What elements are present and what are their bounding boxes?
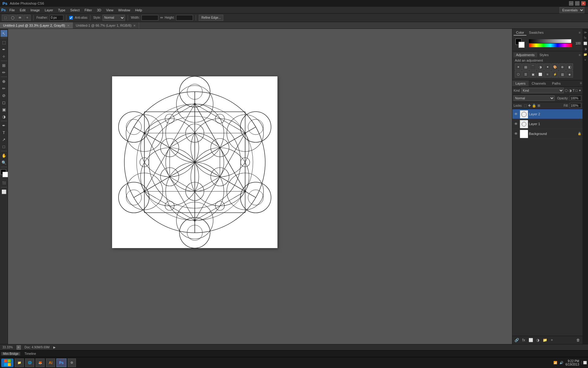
photo-filter-icon[interactable]: ⬡: [515, 71, 522, 78]
vbar-btn-6[interactable]: +: [583, 58, 587, 62]
crop-tool[interactable]: ⊞: [1, 62, 7, 69]
levels-icon[interactable]: ▤: [522, 63, 529, 70]
hsl-icon[interactable]: 🎨: [552, 63, 558, 70]
menu-3d[interactable]: 3D: [94, 8, 104, 13]
kind-select[interactable]: Kind: [521, 88, 564, 93]
layer-link-btn[interactable]: 🔗: [514, 337, 520, 343]
menu-view[interactable]: View: [104, 8, 116, 13]
layer-0-visibility[interactable]: 👁: [514, 112, 518, 117]
style-select[interactable]: Normal Fixed Ratio Fixed Size: [103, 15, 125, 21]
quick-mask-btn[interactable]: ⬛: [1, 179, 7, 186]
vbar-btn-4[interactable]: ◑: [583, 47, 587, 51]
type-filter-icon[interactable]: T: [573, 89, 575, 92]
lasso-btn[interactable]: ✉: [17, 15, 23, 21]
bw-icon[interactable]: ◧: [566, 63, 573, 70]
layer-2-visibility[interactable]: 👁: [514, 131, 518, 136]
tab-styles[interactable]: Styles: [537, 52, 551, 57]
eraser-tool[interactable]: ◻: [1, 99, 7, 106]
tab-swatches[interactable]: Swatches: [526, 30, 546, 36]
ellipse-marquee-btn[interactable]: ◯: [9, 15, 16, 21]
opacity-input[interactable]: [570, 96, 581, 101]
tab-0[interactable]: Untitled-1.psd @ 33.3% (Layer 2, Gray/8)…: [0, 22, 73, 29]
canvas-area[interactable]: [8, 29, 512, 344]
timeline-btn[interactable]: Timeline: [23, 352, 38, 355]
smart-filter-icon[interactable]: ✦: [579, 89, 581, 93]
lock-position-icon[interactable]: ✚: [528, 104, 531, 108]
color-lookup-icon[interactable]: ▣: [530, 71, 536, 78]
background-swatch[interactable]: [518, 42, 525, 48]
magic-wand-btn[interactable]: ✧: [24, 15, 31, 21]
color-panel-menu[interactable]: ≡: [578, 30, 581, 36]
adjustment-filter-icon[interactable]: ◑: [569, 89, 572, 93]
text-tool[interactable]: T: [1, 129, 7, 136]
tab-paths[interactable]: Paths: [549, 80, 564, 86]
pixel-filter-icon[interactable]: ⬡: [565, 89, 568, 93]
clone-tool[interactable]: ⊘: [1, 92, 7, 99]
layer-adj-btn[interactable]: ◑: [535, 337, 541, 343]
invert-icon[interactable]: ⬜: [537, 71, 544, 78]
color-gradient-bar[interactable]: [529, 39, 572, 43]
menu-edit[interactable]: Edit: [17, 8, 28, 13]
layer-item-0[interactable]: 👁 Layer 2: [512, 109, 582, 119]
width-input[interactable]: [141, 15, 158, 21]
color-balance-icon[interactable]: ⊕: [559, 63, 566, 70]
close-button[interactable]: ✕: [581, 1, 586, 6]
essentials-dropdown[interactable]: Essentials: [560, 7, 584, 13]
menu-filter[interactable]: Filter: [82, 8, 94, 13]
fill-input[interactable]: [570, 103, 581, 108]
tab-1[interactable]: Untitled-1 @ 66.7% (Layer 1, RGB/8) ✕: [73, 22, 139, 29]
antialias-checkbox[interactable]: [69, 16, 73, 20]
vbar-btn-1[interactable]: ≫: [583, 30, 587, 34]
posterize-icon[interactable]: ≡: [544, 71, 551, 78]
start-button[interactable]: [1, 358, 13, 367]
vibrance-icon[interactable]: ✦: [544, 63, 551, 70]
height-input[interactable]: [176, 15, 193, 21]
zoom-tool[interactable]: 🔍: [1, 159, 7, 166]
exposure-icon[interactable]: ◑: [537, 63, 544, 70]
layer-style-btn[interactable]: fx: [521, 337, 527, 343]
threshold-icon[interactable]: ⚡: [552, 71, 558, 78]
tab-adjustments[interactable]: Adjustments: [514, 52, 537, 57]
taskbar-explorer[interactable]: 📁: [15, 358, 24, 367]
minimize-button[interactable]: —: [569, 1, 573, 6]
menu-image[interactable]: Image: [28, 8, 42, 13]
spot-heal-tool[interactable]: ⊕: [1, 78, 7, 85]
vbar-btn-5[interactable]: 📁: [583, 52, 587, 56]
gradient-tool[interactable]: ▣: [1, 106, 7, 113]
brightness-icon[interactable]: ☀: [515, 63, 522, 70]
blend-mode-select[interactable]: Normal Multiply Screen: [514, 95, 555, 101]
taskbar-app6[interactable]: ⚙: [68, 358, 76, 367]
refine-edge-button[interactable]: Refine Edge...: [199, 15, 223, 21]
change-screen-btn[interactable]: ⬜: [1, 188, 7, 195]
layer-item-2[interactable]: 👁 Background 🔒: [512, 129, 582, 139]
tab-channels[interactable]: Channels: [529, 80, 549, 86]
vbar-btn-2[interactable]: fx: [583, 36, 587, 40]
move-tool[interactable]: ↖: [1, 30, 7, 37]
menu-window[interactable]: Window: [116, 8, 133, 13]
vbar-btn-3[interactable]: ⬜: [583, 41, 587, 45]
gradient-map-icon[interactable]: ▥: [559, 71, 566, 78]
marquee-tool[interactable]: ⬚: [1, 39, 7, 46]
maximize-button[interactable]: □: [575, 1, 579, 6]
feather-input[interactable]: [50, 15, 63, 21]
lock-artboard-icon[interactable]: ⊞: [537, 104, 540, 108]
width-swap-icon[interactable]: ⇔: [160, 16, 163, 20]
taskbar-illustrator[interactable]: Ai: [46, 358, 55, 367]
menu-select[interactable]: Select: [68, 8, 82, 13]
hand-tool[interactable]: ✋: [1, 152, 7, 159]
layer-group-btn[interactable]: 📁: [542, 337, 548, 343]
shape-filter-icon[interactable]: □: [575, 89, 578, 92]
layer-new-btn[interactable]: +: [549, 337, 555, 343]
tab-color[interactable]: Color: [514, 30, 526, 36]
menu-layer[interactable]: Layer: [42, 8, 56, 13]
taskbar-chrome[interactable]: 🌐: [25, 358, 34, 367]
tab-1-close[interactable]: ✕: [133, 24, 136, 27]
menu-type[interactable]: Type: [56, 8, 68, 13]
show-desktop-btn[interactable]: ⬜: [582, 361, 587, 364]
layer-mask-btn[interactable]: ⬜: [528, 337, 534, 343]
layer-delete-btn[interactable]: 🗑: [575, 337, 581, 343]
taskbar-photoshop[interactable]: Ps: [56, 358, 66, 367]
layer-item-1[interactable]: 👁 Layer 1: [512, 119, 582, 129]
spectrum-bar[interactable]: [529, 44, 572, 47]
layers-panel-menu[interactable]: ≡: [579, 80, 582, 86]
